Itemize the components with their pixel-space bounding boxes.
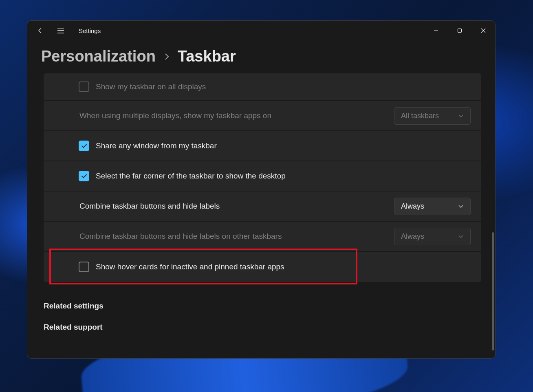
combine-buttons-label: Combine taskbar buttons and hide labels: [79, 202, 394, 211]
settings-window: Settings Personalization Taskbar Show my…: [27, 20, 496, 359]
settings-group: Show my taskbar on all displaysWhen usin…: [44, 73, 481, 282]
svg-rect-0: [458, 29, 462, 33]
window-controls: [424, 22, 495, 39]
combine-buttons-dropdown-value: Always: [401, 202, 424, 211]
multi-display-apps-dropdown-value: All taskbars: [401, 112, 439, 120]
multi-display-apps-dropdown: All taskbars: [394, 107, 471, 125]
show-all-displays-label: Show my taskbar on all displays: [96, 82, 471, 91]
scrollbar-thumb[interactable]: [492, 232, 494, 350]
setting-row-combine-buttons: Combine taskbar buttons and hide labelsA…: [44, 192, 481, 222]
close-icon: [481, 28, 486, 33]
setting-row-multi-display-apps: When using multiple displays, show my ta…: [44, 101, 481, 131]
breadcrumb: Personalization Taskbar: [27, 40, 495, 73]
far-corner-desktop-label: Select the far corner of the taskbar to …: [96, 172, 471, 181]
titlebar-left: Settings: [32, 22, 101, 39]
show-all-displays-checkbox: [79, 81, 89, 92]
far-corner-desktop-checkbox[interactable]: [79, 171, 89, 181]
nav-menu-button[interactable]: [53, 22, 69, 39]
setting-row-share-window: Share any window from my taskbar: [44, 131, 481, 161]
related-support-heading: Related support: [44, 323, 481, 332]
share-window-checkbox[interactable]: [79, 141, 89, 151]
multi-display-apps-label: When using multiple displays, show my ta…: [79, 111, 394, 120]
combine-buttons-other-label: Combine taskbar buttons and hide labels …: [79, 232, 394, 241]
back-button[interactable]: [32, 22, 48, 39]
close-button[interactable]: [471, 22, 495, 39]
related-settings-heading: Related settings: [44, 302, 481, 311]
setting-row-combine-buttons-other: Combine taskbar buttons and hide labels …: [44, 222, 481, 252]
setting-row-show-all-displays: Show my taskbar on all displays: [44, 73, 481, 101]
setting-row-hover-cards: Show hover cards for inactive and pinned…: [44, 252, 481, 282]
app-title: Settings: [79, 27, 101, 34]
minimize-button[interactable]: [424, 22, 448, 39]
combine-buttons-dropdown[interactable]: Always: [394, 198, 471, 215]
chevron-down-icon: [458, 204, 464, 208]
titlebar: Settings: [27, 21, 495, 40]
hamburger-icon: [57, 28, 64, 33]
chevron-down-icon: [458, 234, 464, 238]
maximize-button[interactable]: [448, 22, 471, 39]
breadcrumb-current: Taskbar: [178, 48, 236, 65]
maximize-icon: [457, 28, 462, 33]
combine-buttons-other-dropdown-value: Always: [401, 232, 424, 241]
hover-cards-label: Show hover cards for inactive and pinned…: [96, 262, 471, 271]
settings-content: Show my taskbar on all displaysWhen usin…: [27, 73, 495, 358]
breadcrumb-parent[interactable]: Personalization: [41, 48, 156, 65]
hover-cards-checkbox[interactable]: [79, 262, 89, 272]
minimize-icon: [434, 28, 438, 33]
combine-buttons-other-dropdown: Always: [394, 228, 471, 245]
chevron-down-icon: [458, 114, 464, 118]
back-arrow-icon: [37, 27, 44, 34]
chevron-right-icon: [164, 52, 170, 61]
setting-row-far-corner-desktop: Select the far corner of the taskbar to …: [44, 161, 481, 192]
share-window-label: Share any window from my taskbar: [96, 141, 471, 150]
